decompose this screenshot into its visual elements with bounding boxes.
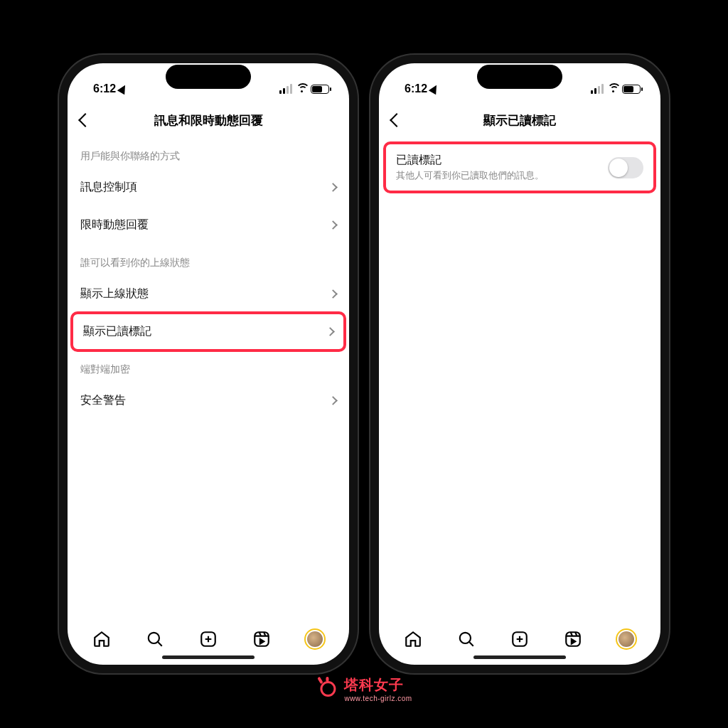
section-header-contact: 用戶能與你聯絡的方式 — [68, 137, 349, 168]
chevron-right-icon — [328, 183, 338, 192]
screen-left: 6:12 訊息和限時動態回覆 用戶能與你聯絡的方式 訊息控制項 限時動態回覆 — [68, 63, 349, 665]
row-label: 訊息控制項 — [80, 180, 137, 195]
toggle-subtitle: 其他人可看到你已讀取他們的訊息。 — [396, 169, 544, 182]
phone-right: 6:12 顯示已讀標記 已讀標記 其他人可看到你已讀取他們的訊息。 — [370, 55, 669, 673]
svg-rect-5 — [255, 632, 269, 646]
page-title: 顯示已讀標記 — [379, 112, 660, 129]
watermark-icon — [316, 677, 340, 701]
wifi-icon — [296, 85, 307, 93]
page-title: 訊息和限時動態回覆 — [68, 112, 349, 129]
dynamic-island — [477, 65, 562, 89]
nav-header: 顯示已讀標記 — [379, 103, 660, 137]
location-icon — [117, 83, 129, 95]
phone-left: 6:12 訊息和限時動態回覆 用戶能與你聯絡的方式 訊息控制項 限時動態回覆 — [59, 55, 358, 673]
battery-icon — [622, 85, 641, 94]
watermark-url: www.tech-girlz.com — [344, 695, 412, 702]
cellular-icon — [591, 84, 604, 94]
toggle-title: 已讀標記 — [396, 153, 544, 168]
status-time-group: 6:12 — [93, 82, 127, 95]
row-label: 顯示上線狀態 — [80, 287, 149, 301]
row-read-receipt-toggle: 已讀標記 其他人可看到你已讀取他們的訊息。 — [383, 141, 656, 193]
profile-avatar[interactable] — [306, 630, 324, 648]
search-icon[interactable] — [457, 630, 476, 648]
wifi-icon — [607, 85, 619, 93]
switch-knob — [609, 159, 628, 177]
cellular-icon — [279, 84, 292, 94]
section-header-activity: 誰可以看到你的上線狀態 — [68, 244, 349, 275]
back-button[interactable] — [390, 113, 404, 127]
home-indicator[interactable] — [473, 655, 566, 659]
svg-line-1 — [158, 642, 161, 646]
chevron-right-icon — [326, 327, 335, 336]
row-story-replies[interactable]: 限時動態回覆 — [68, 206, 349, 244]
home-icon[interactable] — [404, 630, 422, 648]
watermark-title: 塔科女子 — [344, 675, 404, 695]
status-time-group: 6:12 — [405, 82, 439, 95]
chevron-right-icon — [328, 289, 338, 299]
read-receipt-switch[interactable] — [608, 157, 643, 178]
create-icon[interactable] — [510, 630, 529, 648]
row-label: 安全警告 — [80, 393, 126, 408]
home-icon[interactable] — [92, 630, 111, 648]
watermark-text: 塔科女子 www.tech-girlz.com — [344, 675, 412, 702]
watermark: 塔科女子 www.tech-girlz.com — [316, 675, 412, 702]
dynamic-island — [166, 65, 251, 89]
chevron-right-icon — [328, 396, 338, 405]
settings-list[interactable]: 用戶能與你聯絡的方式 訊息控制項 限時動態回覆 誰可以看到你的上線狀態 顯示上線… — [68, 137, 349, 619]
status-indicators — [279, 84, 329, 94]
section-header-encryption: 端對端加密 — [68, 350, 349, 382]
create-icon[interactable] — [199, 630, 218, 648]
back-button[interactable] — [78, 113, 92, 127]
search-icon[interactable] — [146, 630, 164, 648]
profile-avatar[interactable] — [617, 630, 636, 648]
row-message-controls[interactable]: 訊息控制項 — [68, 168, 349, 206]
svg-point-9 — [460, 633, 471, 643]
row-label: 限時動態回覆 — [80, 218, 149, 232]
svg-point-0 — [149, 633, 159, 643]
row-activity-status[interactable]: 顯示上線狀態 — [68, 275, 349, 313]
row-read-receipts[interactable]: 顯示已讀標記 — [70, 311, 346, 352]
status-time: 6:12 — [405, 82, 427, 95]
row-security-alerts[interactable]: 安全警告 — [68, 382, 349, 419]
row-label: 顯示已讀標記 — [83, 324, 151, 339]
status-indicators — [591, 84, 641, 94]
home-indicator[interactable] — [162, 655, 255, 659]
read-receipt-setting: 已讀標記 其他人可看到你已讀取他們的訊息。 — [379, 137, 660, 619]
nav-header: 訊息和限時動態回覆 — [68, 103, 349, 137]
reels-icon[interactable] — [564, 630, 582, 648]
screen-right: 6:12 顯示已讀標記 已讀標記 其他人可看到你已讀取他們的訊息。 — [379, 63, 660, 665]
location-icon — [429, 83, 440, 95]
chevron-right-icon — [328, 220, 338, 230]
battery-icon — [311, 85, 329, 94]
status-time: 6:12 — [93, 82, 116, 95]
svg-rect-14 — [566, 632, 580, 646]
svg-line-10 — [469, 642, 473, 646]
toggle-text: 已讀標記 其他人可看到你已讀取他們的訊息。 — [396, 153, 544, 182]
reels-icon[interactable] — [252, 630, 271, 648]
